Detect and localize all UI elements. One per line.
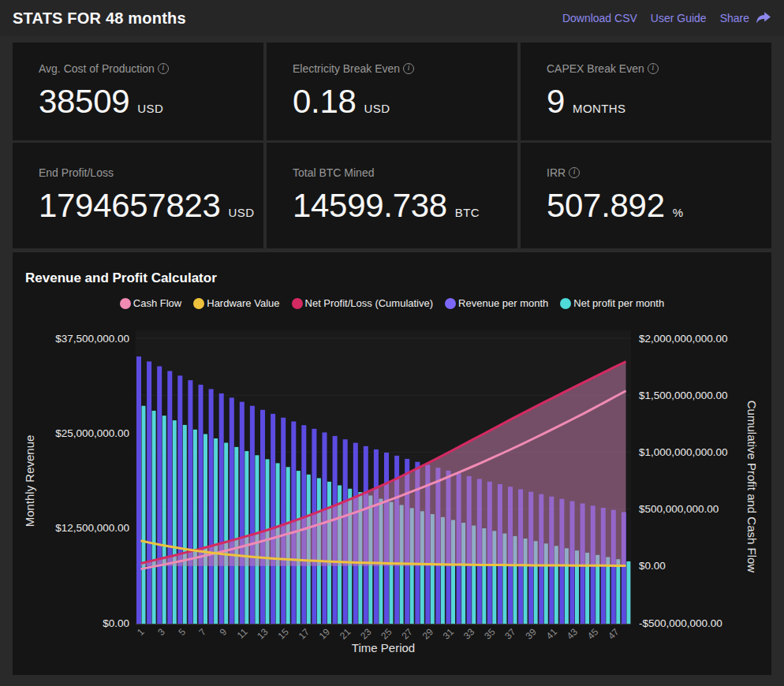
page: STATS FOR 48 months Download CSV User Gu… [0,0,784,686]
stat-unit: BTC [455,206,480,219]
stat-label: IRR [547,166,771,179]
right-axis-tick: $2,000,000,000.00 [639,333,728,345]
stat-value: 0.18 [293,83,357,121]
stat-card-capex-break-even: CAPEX Break Even 9 MONTHS [521,43,771,140]
left-axis-tick: $0.00 [103,617,129,629]
share-link-label[interactable]: Share [720,12,749,24]
left-axis-tick: $12,500,000.00 [55,522,129,534]
info-icon[interactable] [403,63,414,74]
x-axis-tick: 5 [176,626,188,638]
stat-label-text: Total BTC Mined [293,166,374,179]
x-axis-tick: 15 [275,626,291,642]
legend-dot-icon [445,298,456,309]
stat-card-end-profit-loss: End Profit/Loss 1794657823 USD [13,143,263,248]
info-icon[interactable] [158,63,169,74]
legend-label: Hardware Value [207,297,279,309]
legend-item-hardware-value[interactable]: Hardware Value [193,297,279,309]
x-axis-tick: 37 [502,626,518,642]
right-axis-title: Cumulative Profit and Cash Flow [745,401,759,573]
right-axis-tick: -$500,000,000.00 [639,617,722,629]
x-axis-tick: 45 [585,626,601,642]
bar[interactable] [271,414,275,624]
stat-label-text: IRR [547,166,566,179]
stat-label-text: Avg. Cost of Production [39,62,155,75]
x-axis-tick: 25 [379,626,394,642]
info-icon[interactable] [569,167,580,178]
header-links: Download CSV User Guide Share [562,11,771,26]
bar[interactable] [250,406,255,624]
left-axis-tick: $25,000,000.00 [55,427,129,439]
bar[interactable] [193,430,197,624]
bar[interactable] [162,416,166,624]
bar[interactable] [234,447,238,624]
stat-unit: MONTHS [573,102,625,115]
bar[interactable] [281,418,286,624]
bar[interactable] [616,559,620,624]
stat-value: 38509 [39,83,129,121]
chart-panel: Revenue and Profit Calculator Cash FlowH… [13,252,771,675]
bar[interactable] [606,557,610,624]
x-axis-tick: 13 [255,626,271,642]
bar[interactable] [136,356,141,624]
x-axis-tick: 39 [523,626,539,642]
legend-dot-icon [292,298,303,309]
bar[interactable] [142,406,146,624]
legend-label: Net Profit/Loss (Cumulative) [305,297,434,309]
download-csv-link[interactable]: Download CSV [562,12,637,24]
chart-title: Revenue and Profit Calculator [13,252,771,286]
page-title: STATS FOR 48 months [13,9,186,28]
bar[interactable] [199,385,203,624]
legend-item-net-profit-loss-cumulative[interactable]: Net Profit/Loss (Cumulative) [292,297,434,309]
legend-label: Cash Flow [133,297,181,309]
bar[interactable] [209,389,214,624]
stat-card-avg-cost-of-production: Avg. Cost of Production 38509 USD [13,43,263,140]
legend-label: Net profit per month [573,297,664,309]
legend-dot-icon [193,298,204,309]
bar[interactable] [188,380,192,624]
stat-label-text: CAPEX Break Even [547,62,644,75]
bar[interactable] [260,410,265,624]
bar[interactable] [203,434,207,624]
bar[interactable] [147,361,151,624]
bar[interactable] [626,561,630,624]
stat-label: End Profit/Loss [39,166,263,179]
bar[interactable] [214,438,218,624]
x-axis-tick: 1 [135,626,147,638]
x-axis-tick: 21 [338,626,353,642]
info-icon[interactable] [648,63,659,74]
right-axis-tick: $1,000,000,000.00 [639,446,728,458]
x-axis-tick: 35 [482,626,498,642]
share-link[interactable]: Share [720,11,771,26]
stat-unit: USD [364,102,390,115]
bar[interactable] [167,371,172,624]
x-axis-tick: 41 [544,626,560,642]
stat-label: Avg. Cost of Production [39,62,263,75]
user-guide-link[interactable]: User Guide [651,12,707,24]
legend-dot-icon [120,298,131,309]
bar[interactable] [152,411,156,624]
stat-label-text: Electricity Break Even [293,62,400,75]
stat-card-electricity-break-even: Electricity Break Even 0.18 USD [267,43,517,140]
bar[interactable] [183,425,187,624]
legend-item-revenue-per-month[interactable]: Revenue per month [445,297,548,309]
bar[interactable] [219,393,224,624]
bar[interactable] [240,402,245,624]
legend-item-net-profit-per-month[interactable]: Net profit per month [560,297,664,309]
top-bar: STATS FOR 48 months Download CSV User Gu… [0,0,784,36]
x-axis-tick: 9 [218,626,230,638]
bar[interactable] [177,375,182,624]
legend-item-cash-flow[interactable]: Cash Flow [120,297,181,309]
bar[interactable] [230,397,234,624]
bar[interactable] [173,420,177,624]
left-axis-tick: $37,500,000.00 [55,333,129,345]
x-axis-tick: 19 [317,626,333,642]
bar[interactable] [224,443,228,624]
bar[interactable] [157,367,162,624]
stat-unit: USD [229,206,255,219]
x-axis-tick: 43 [565,626,581,642]
right-axis-tick: $500,000,000.00 [639,503,719,515]
right-axis-tick: $1,500,000,000.00 [639,390,728,401]
x-axis-tick: 7 [196,626,208,638]
stat-value: 1794657823 [39,187,221,225]
x-axis-tick: 33 [461,626,477,642]
